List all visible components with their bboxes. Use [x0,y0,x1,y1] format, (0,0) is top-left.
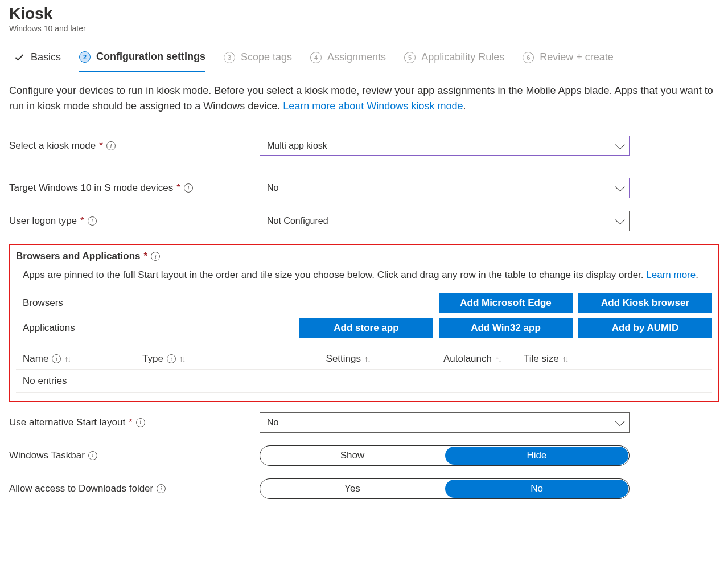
row-taskbar: Windows Taskbar i Show Hide [9,445,719,466]
label-text: Allow access to Downloads folder [9,483,153,494]
sort-icon: ↑↓ [562,354,568,363]
sort-icon: ↑↓ [495,354,501,363]
label-downloads: Allow access to Downloads folder i [9,483,260,494]
tab-number: 3 [224,52,235,63]
toggle-yes[interactable]: Yes [261,480,444,498]
select-value: No [267,183,278,193]
table-header: Name i ↑↓ Type i ↑↓ Settings ↑↓ Autolaun… [16,349,712,370]
info-icon[interactable]: i [88,451,97,460]
info-icon[interactable]: i [157,484,166,493]
select-value: Multi app kiosk [267,141,327,151]
browsers-buttons: Add Microsoft Edge Add Kiosk browser [439,293,712,313]
applications-row: Applications Add store app Add Win32 app… [16,316,712,341]
label-text: Select a kiosk mode [9,140,96,151]
tab-scope-tags[interactable]: 3 Scope tags [224,51,292,71]
toggle-taskbar: Show Hide [260,445,630,466]
intro-dot: . [463,100,466,112]
tab-number: 2 [79,51,91,63]
toggle-no[interactable]: No [445,480,628,498]
toggle-downloads: Yes No [260,478,630,499]
row-alt-start: Use alternative Start layout * i No [9,412,719,433]
section-heading: Browsers and Applications * i [16,251,712,262]
select-logon-type[interactable]: Not Configured [260,211,630,231]
tab-review-create[interactable]: 6 Review + create [523,51,614,71]
toggle-hide[interactable]: Hide [445,447,628,465]
desc-text: Apps are pinned to the full Start layout… [23,269,646,280]
select-value: No [267,417,278,428]
learn-more-link[interactable]: Learn more [646,269,696,280]
toggle-show[interactable]: Show [261,447,444,465]
info-icon[interactable]: i [151,252,160,261]
row-s-mode: Target Windows 10 in S mode devices * i … [9,178,719,198]
th-tile-size[interactable]: Tile size ↑↓ [524,353,705,365]
tab-number: 5 [404,52,416,63]
info-icon[interactable]: i [167,354,176,363]
th-label: Autolaunch [443,353,492,365]
info-icon[interactable]: i [184,183,193,193]
browsers-applications-section: Browsers and Applications * i Apps are p… [9,244,719,402]
th-label: Tile size [524,353,559,365]
section-title: Browsers and Applications [16,251,141,262]
tab-label: Basics [31,51,61,63]
select-alt-start[interactable]: No [260,412,630,433]
required-asterisk: * [80,215,84,227]
add-store-app-button[interactable]: Add store app [299,318,433,338]
page-title: Kiosk [9,5,719,23]
tab-configuration-settings[interactable]: 2 Configuration settings [79,51,205,72]
tab-label: Configuration settings [96,51,205,63]
sort-icon: ↑↓ [364,354,370,363]
add-kiosk-browser-button[interactable]: Add Kiosk browser [578,293,712,313]
label-text: Target Windows 10 in S mode devices [9,182,173,194]
select-s-mode[interactable]: No [260,178,630,198]
tab-basics[interactable]: Basics [14,51,61,71]
page-header: Kiosk Windows 10 and later [0,0,728,40]
th-autolaunch[interactable]: Autolaunch ↑↓ [393,353,524,365]
tab-label: Assignments [327,51,386,63]
info-icon[interactable]: i [106,141,116,150]
browsers-label: Browsers [23,297,433,309]
label-taskbar: Windows Taskbar i [9,450,260,461]
label-text: Windows Taskbar [9,450,85,461]
info-icon[interactable]: i [136,418,145,427]
select-value: Not Configured [267,216,328,226]
chevron-down-icon [615,215,625,224]
tab-number: 6 [523,52,534,63]
add-win32-app-button[interactable]: Add Win32 app [439,318,573,338]
tab-label: Applicability Rules [421,51,504,63]
table-empty-row: No entries [16,370,712,393]
apps-table: Name i ↑↓ Type i ↑↓ Settings ↑↓ Autolaun… [16,349,712,393]
tab-label: Review + create [540,51,614,63]
info-icon[interactable]: i [88,216,97,226]
check-icon [14,52,25,63]
applications-label: Applications [23,322,294,334]
th-label: Name [23,353,48,365]
required-asterisk: * [99,140,103,151]
label-text: User logon type [9,215,77,227]
th-label: Settings [326,353,361,365]
label-logon-type: User logon type * i [9,215,260,227]
required-asterisk: * [176,182,180,194]
required-asterisk: * [129,417,133,428]
info-icon[interactable]: i [52,354,61,363]
chevron-down-icon [615,182,625,191]
tab-number: 4 [310,52,322,63]
tab-label: Scope tags [241,51,292,63]
th-name[interactable]: Name i ↑↓ [23,353,142,365]
wizard-tabs: Basics 2 Configuration settings 3 Scope … [0,40,728,72]
tab-assignments[interactable]: 4 Assignments [310,51,386,71]
sort-icon: ↑↓ [179,354,185,363]
learn-more-link[interactable]: Learn more about Windows kiosk mode [283,100,463,112]
add-microsoft-edge-button[interactable]: Add Microsoft Edge [439,293,573,313]
add-by-aumid-button[interactable]: Add by AUMID [578,318,712,338]
select-kiosk-mode[interactable]: Multi app kiosk [260,136,630,156]
th-type[interactable]: Type i ↑↓ [142,353,273,365]
label-alt-start: Use alternative Start layout * i [9,417,260,428]
th-settings[interactable]: Settings ↑↓ [273,353,393,365]
th-label: Type [142,353,163,365]
section-description: Apps are pinned to the full Start layout… [16,268,712,290]
row-logon-type: User logon type * i Not Configured [9,211,719,231]
content-area: Configure your devices to run in kiosk m… [0,72,728,523]
row-kiosk-mode: Select a kiosk mode * i Multi app kiosk [9,136,719,156]
tab-applicability-rules[interactable]: 5 Applicability Rules [404,51,504,71]
label-text: Use alternative Start layout [9,417,125,428]
